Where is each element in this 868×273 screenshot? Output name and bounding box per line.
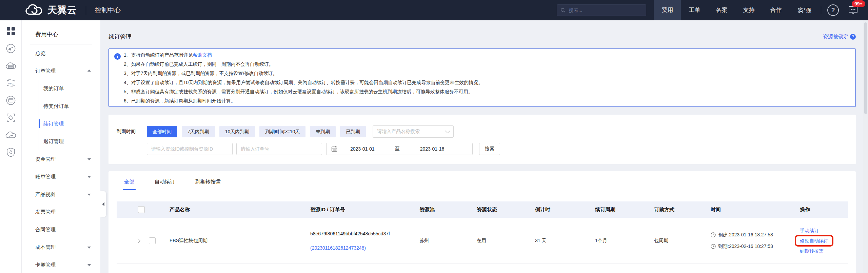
sidebar-collapse-handle[interactable]	[100, 191, 106, 217]
message-count-badge: 99+	[852, 0, 865, 7]
page-scrollbar[interactable]	[863, 20, 868, 273]
help-icon[interactable]	[827, 4, 839, 16]
search-input[interactable]	[568, 7, 643, 13]
navbar-divider	[821, 6, 821, 14]
chevron-down-icon	[87, 176, 91, 178]
filter-expired[interactable]: 已到期	[340, 126, 366, 137]
col-resource-id: 资源ID / 订单号	[310, 207, 419, 213]
console-window-icon[interactable]	[5, 94, 17, 106]
nav-item-tickets[interactable]: 工单	[681, 0, 708, 20]
date-range-picker[interactable]: 2023-01-01 至 2023-01-16	[326, 143, 473, 155]
ecs-icon[interactable]	[5, 42, 17, 55]
tab-auto-renew[interactable]: 自动续订	[155, 179, 175, 190]
tab-all[interactable]: 全部	[124, 179, 134, 190]
modify-auto-renew-link[interactable]: 修改自动续订	[800, 238, 828, 243]
svg-text:VPC: VPC	[8, 82, 14, 85]
expire-to-ondemand-link[interactable]: 到期转按需	[800, 248, 824, 254]
chevron-down-icon	[87, 158, 91, 160]
created-time: 创建:2023-01-16 18:27:58	[711, 232, 800, 238]
sidebar-item-renewal-management[interactable]: 续订管理	[39, 115, 100, 133]
security-shield-icon[interactable]	[5, 146, 17, 158]
nav-item-cooperation[interactable]: 合作	[762, 0, 789, 20]
question-badge-icon	[850, 34, 856, 40]
message-center[interactable]: 99+	[848, 5, 859, 15]
nav-item-fees[interactable]: 费用	[654, 0, 681, 20]
filter-not-expired[interactable]: 未到期	[310, 126, 336, 137]
nav-item-support[interactable]: 支持	[735, 0, 762, 20]
notice-line-1: 1、支持自动续订的产品范围详见帮助文档	[124, 51, 849, 60]
cloud-transfer-icon[interactable]	[5, 129, 17, 141]
manual-renew-link[interactable]: 手动续订	[800, 227, 819, 234]
order-no-input[interactable]	[236, 143, 322, 155]
resource-frame-icon[interactable]	[5, 112, 17, 124]
table-row: EBS弹性块包周期 58e679f8061149bbbf42548c555cd3…	[117, 218, 848, 264]
renewal-table-panel: 全部 自动续订 到期转按需 产品名称 资源ID / 订单号 资源池 资源状态 倒…	[108, 171, 856, 273]
global-search[interactable]	[557, 4, 646, 16]
collapse-arrow-icon	[102, 202, 104, 206]
filter-expire-10days[interactable]: 10天内到期	[219, 126, 255, 137]
filter-all-time[interactable]: 全部时间	[147, 126, 177, 137]
nav-item-filing[interactable]: 备案	[708, 0, 735, 20]
sidebar-item-my-orders[interactable]: 我的订单	[39, 80, 100, 97]
app-grid-icon[interactable]	[5, 25, 17, 37]
sidebar-item-overview[interactable]: 总览	[22, 44, 100, 62]
ctyun-logo-icon	[25, 4, 43, 17]
resource-id-input[interactable]	[147, 143, 233, 155]
chevron-down-icon	[87, 264, 91, 266]
col-countdown: 倒计时	[535, 207, 595, 213]
sidebar-item-invoice-management[interactable]: 发票管理	[22, 203, 100, 221]
info-icon	[114, 53, 121, 60]
cell-actions: 手动续订 修改自动续订 到期转按需	[800, 227, 848, 254]
col-order-mode: 订购方式	[654, 207, 711, 213]
row-checkbox[interactable]	[149, 237, 156, 244]
chevron-up-icon	[87, 70, 91, 72]
col-renew-period: 续订周期	[595, 207, 654, 213]
sidebar-item-pending-payment[interactable]: 待支付订单	[39, 97, 100, 115]
navbar-divider	[86, 6, 86, 15]
notice-line-3: 3、对于7天内到期的资源，或已到期的资源，不支持设置/修改自动续订。	[124, 69, 849, 78]
cell-renew-period: 1个月	[595, 238, 654, 244]
filter-expire-7days[interactable]: 7天内到期	[182, 126, 215, 137]
cell-resource-pool: 苏州	[419, 238, 477, 244]
sidebar-item-order-management[interactable]: 订单管理	[22, 62, 100, 80]
sidebar-item-coupon-management[interactable]: 卡券管理	[22, 256, 100, 273]
product-icon-rail: VPC	[0, 20, 22, 273]
console-title: 控制中心	[95, 6, 121, 15]
date-from-value[interactable]: 2023-01-01	[350, 146, 375, 152]
cloud-server-icon[interactable]	[5, 60, 17, 72]
resources-locked-link[interactable]: 资源被锁定	[823, 34, 856, 40]
help-doc-link[interactable]: 帮助文档	[193, 52, 212, 58]
click-target-annotation: 修改自动续订	[795, 235, 833, 247]
expire-time: 到期:2023-02-16 18:27:53	[711, 243, 800, 250]
product-name-select[interactable]: 请输入产品名称搜索	[373, 125, 454, 138]
row-expand-icon[interactable]	[136, 238, 140, 243]
username[interactable]: 窦*强	[794, 6, 815, 14]
col-resource-status: 资源状态	[477, 207, 535, 213]
notice-line-4: 4、对于设置了自动续订，且10天内到期的资源，如果用户尝试修改自动续订周期、关闭…	[124, 78, 849, 87]
col-resource-pool: 资源池	[419, 207, 477, 213]
filter-expire-gte-10days[interactable]: 到期时间>=10天	[259, 126, 305, 137]
cell-countdown: 31 天	[535, 238, 595, 244]
notice-line-2: 2、如果在自动续订前已完成人工续订，则同一周期内不会再自动续订。	[124, 60, 849, 69]
vpc-icon[interactable]: VPC	[5, 77, 17, 89]
order-no-link[interactable]: (20230116182612473248)	[310, 244, 419, 252]
brand-name: 天翼云	[47, 4, 77, 17]
scrollbar-thumb[interactable]	[864, 22, 867, 114]
chevron-down-icon	[87, 194, 91, 196]
chevron-down-icon	[87, 247, 91, 249]
sidebar-item-unsubscribe-management[interactable]: 退订管理	[39, 133, 100, 150]
top-navbar: 天翼云 控制中心 费用 工单 备案 支持 合作 窦*强	[0, 0, 868, 20]
date-to-value[interactable]: 2023-01-16	[420, 146, 445, 152]
sidebar-item-funds-management[interactable]: 资金管理	[22, 150, 100, 168]
table-tabs: 全部 自动续订 到期转按需	[117, 179, 848, 190]
notice-panel: 1、支持自动续订的产品范围详见帮助文档 2、如果在自动续订前已完成人工续订，则同…	[108, 48, 856, 107]
sidebar-item-bill-management[interactable]: 账单管理	[22, 168, 100, 186]
sidebar-item-contract-management[interactable]: 合同管理	[22, 221, 100, 238]
search-button[interactable]: 搜索	[479, 143, 500, 155]
sidebar-item-cost-management[interactable]: 成本管理	[22, 238, 100, 256]
date-separator: 至	[395, 146, 400, 152]
resource-id-value: 58e679f8061149bbbf42548c555cd37f	[310, 230, 419, 237]
sidebar-item-product-view[interactable]: 产品视图	[22, 186, 100, 203]
tab-expire-to-ondemand[interactable]: 到期转按需	[195, 179, 221, 190]
select-all-checkbox[interactable]	[138, 206, 145, 213]
